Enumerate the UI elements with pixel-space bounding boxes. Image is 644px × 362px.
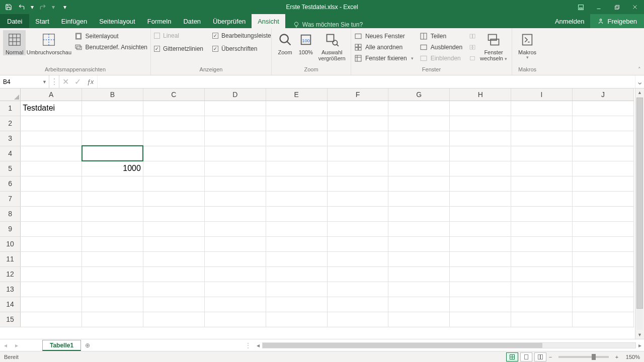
redo-dropdown-icon[interactable]: ▾ xyxy=(51,3,55,12)
cell-F15[interactable] xyxy=(327,312,388,327)
column-header[interactable]: H xyxy=(450,88,511,101)
tab-data[interactable]: Daten xyxy=(177,14,207,28)
cell-E11[interactable] xyxy=(266,251,327,266)
cell-H5[interactable] xyxy=(450,161,511,176)
cell-C13[interactable] xyxy=(143,282,204,297)
cell-H7[interactable] xyxy=(450,191,511,206)
cell-D15[interactable] xyxy=(204,312,266,327)
cell-D10[interactable] xyxy=(204,236,266,251)
column-header[interactable]: I xyxy=(511,88,573,101)
cell-C2[interactable] xyxy=(143,116,204,131)
cell-E10[interactable] xyxy=(266,236,327,251)
cell-C6[interactable] xyxy=(143,176,204,191)
cell-C15[interactable] xyxy=(143,312,204,327)
cell-F5[interactable] xyxy=(327,161,388,176)
cell-C8[interactable] xyxy=(143,206,204,221)
cell-A8[interactable] xyxy=(21,206,82,221)
freeze-panes-button[interactable]: Fenster fixieren▾ xyxy=(354,54,414,62)
cell-B9[interactable] xyxy=(82,221,143,236)
row-header[interactable]: 9 xyxy=(0,221,21,236)
redo-icon[interactable] xyxy=(38,3,47,12)
cell-E12[interactable] xyxy=(266,266,327,282)
checkbox-formula-bar[interactable]: ✓Bearbeitungsleiste xyxy=(212,32,271,39)
cell-H15[interactable] xyxy=(450,312,511,327)
cell-H14[interactable] xyxy=(450,297,511,312)
qat-customize-icon[interactable]: ▾ xyxy=(62,3,67,12)
switch-windows-button[interactable]: Fenster wechseln ▾ xyxy=(478,30,509,62)
cell-B13[interactable] xyxy=(82,282,143,297)
cell-G11[interactable] xyxy=(388,251,450,266)
cell-E1[interactable] xyxy=(266,101,327,116)
cell-B15[interactable] xyxy=(82,312,143,327)
cell-J7[interactable] xyxy=(573,191,634,206)
row-header[interactable]: 10 xyxy=(0,236,21,251)
cell-G10[interactable] xyxy=(388,236,450,251)
select-all-corner[interactable] xyxy=(0,88,21,101)
row-header[interactable]: 1 xyxy=(0,101,21,116)
cell-C5[interactable] xyxy=(143,161,204,176)
cell-E7[interactable] xyxy=(266,191,327,206)
column-header[interactable]: E xyxy=(266,88,327,101)
cell-G7[interactable] xyxy=(388,191,450,206)
cell-G13[interactable] xyxy=(388,282,450,297)
cell-J9[interactable] xyxy=(573,221,634,236)
cell-I12[interactable] xyxy=(511,266,573,282)
cell-B8[interactable] xyxy=(82,206,143,221)
cell-A14[interactable] xyxy=(21,297,82,312)
cell-I10[interactable] xyxy=(511,236,573,251)
view-pagelayout-statusbar-button[interactable] xyxy=(520,352,532,361)
cell-H9[interactable] xyxy=(450,221,511,236)
cell-E15[interactable] xyxy=(266,312,327,327)
cell-C10[interactable] xyxy=(143,236,204,251)
cell-J12[interactable] xyxy=(573,266,634,282)
cell-I6[interactable] xyxy=(511,176,573,191)
cell-B11[interactable] xyxy=(82,251,143,266)
cell-I2[interactable] xyxy=(511,116,573,131)
cell-F1[interactable] xyxy=(327,101,388,116)
view-normal-button[interactable]: Normal xyxy=(3,30,26,55)
cell-A7[interactable] xyxy=(21,191,82,206)
scroll-thumb[interactable] xyxy=(636,98,643,309)
cell-C11[interactable] xyxy=(143,251,204,266)
undo-icon[interactable] xyxy=(17,3,26,12)
tab-start[interactable]: Start xyxy=(29,14,55,28)
cell-G3[interactable] xyxy=(388,131,450,146)
cell-I7[interactable] xyxy=(511,191,573,206)
cell-E6[interactable] xyxy=(266,176,327,191)
cell-C12[interactable] xyxy=(143,266,204,282)
cell-C9[interactable] xyxy=(143,221,204,236)
cell-F8[interactable] xyxy=(327,206,388,221)
cell-A1[interactable]: Testdatei xyxy=(21,101,82,116)
view-normal-statusbar-button[interactable] xyxy=(506,352,518,361)
cell-H2[interactable] xyxy=(450,116,511,131)
cell-C7[interactable] xyxy=(143,191,204,206)
cell-H6[interactable] xyxy=(450,176,511,191)
cell-B14[interactable] xyxy=(82,297,143,312)
cell-D4[interactable] xyxy=(204,146,266,161)
cell-D6[interactable] xyxy=(204,176,266,191)
cell-F12[interactable] xyxy=(327,266,388,282)
row-header[interactable]: 13 xyxy=(0,282,21,297)
cell-A12[interactable] xyxy=(21,266,82,282)
scroll-right-icon[interactable]: ▸ xyxy=(636,342,644,349)
cell-E9[interactable] xyxy=(266,221,327,236)
cell-H8[interactable] xyxy=(450,206,511,221)
cell-D2[interactable] xyxy=(204,116,266,131)
cell-C3[interactable] xyxy=(143,131,204,146)
view-pagebreak-button[interactable]: Umbruchvorschau xyxy=(26,30,72,55)
ribbon-display-options-icon[interactable] xyxy=(572,0,590,14)
cell-A11[interactable] xyxy=(21,251,82,266)
cell-I1[interactable] xyxy=(511,101,573,116)
cell-H13[interactable] xyxy=(450,282,511,297)
row-header[interactable]: 3 xyxy=(0,131,21,146)
zoom-100-button[interactable]: 100 100% xyxy=(295,30,316,55)
column-header[interactable]: A xyxy=(21,88,82,101)
cell-J4[interactable] xyxy=(573,146,634,161)
cell-D1[interactable] xyxy=(204,101,266,116)
cell-F14[interactable] xyxy=(327,297,388,312)
row-header[interactable]: 8 xyxy=(0,206,21,221)
cell-D12[interactable] xyxy=(204,266,266,282)
minimize-icon[interactable] xyxy=(590,0,608,14)
cell-I15[interactable] xyxy=(511,312,573,327)
cell-I14[interactable] xyxy=(511,297,573,312)
